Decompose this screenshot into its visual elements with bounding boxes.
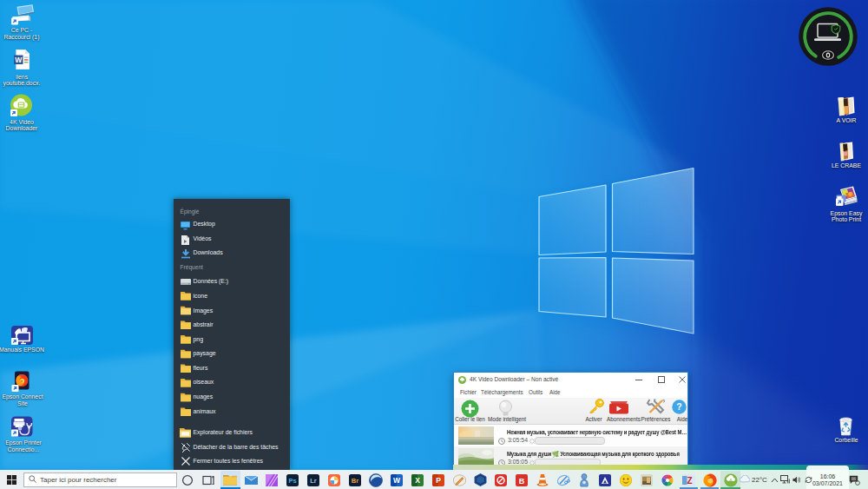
svg-text:Z: Z [687,476,693,486]
svg-text:W: W [15,56,23,64]
svg-text:Lr: Lr [310,477,317,485]
svg-text:P: P [436,476,441,485]
svg-text:?: ? [676,401,681,412]
svg-text:X: X [415,476,420,485]
svg-text:W: W [393,476,401,485]
svg-text:Ps: Ps [288,477,296,485]
svg-text:B: B [519,477,525,486]
svg-text:Br: Br [352,477,358,485]
